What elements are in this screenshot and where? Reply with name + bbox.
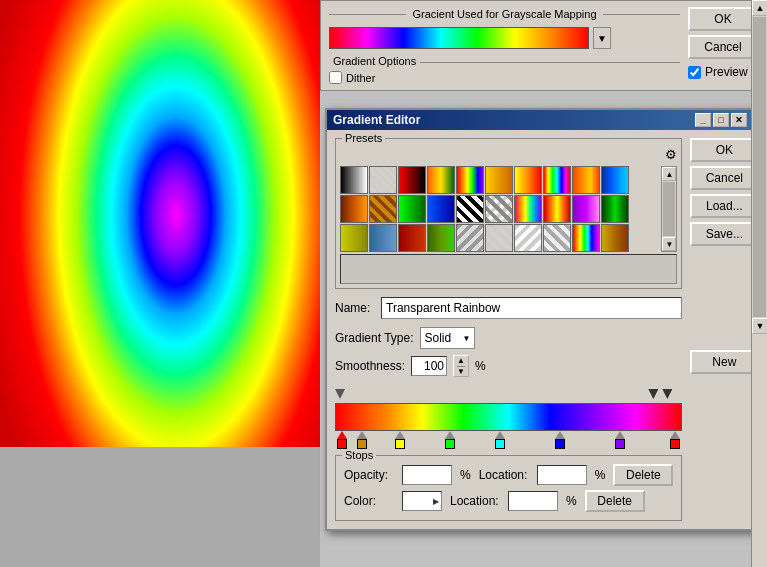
dialog-title: Gradient Editor bbox=[333, 113, 420, 127]
preset-item[interactable] bbox=[601, 195, 629, 223]
gradient-options-title: Gradient Options bbox=[329, 55, 420, 67]
smoothness-input[interactable] bbox=[411, 356, 447, 376]
opacity-delete-button[interactable]: Delete bbox=[613, 464, 673, 486]
preset-item[interactable] bbox=[427, 195, 455, 223]
close-button[interactable]: ✕ bbox=[731, 113, 747, 127]
dialog-buttons: OK Cancel Load... Save... New bbox=[690, 138, 760, 521]
grayscale-cancel-button[interactable]: Cancel bbox=[688, 35, 758, 59]
gradient-preview-bar[interactable] bbox=[329, 27, 589, 49]
color-stop-2[interactable] bbox=[445, 431, 455, 449]
preset-item[interactable] bbox=[340, 166, 368, 194]
gradient-type-select-wrapper[interactable]: Solid Noise bbox=[420, 327, 475, 349]
gradient-bar[interactable] bbox=[335, 403, 682, 431]
color-stop-3[interactable] bbox=[495, 431, 505, 449]
new-button[interactable]: New bbox=[690, 350, 758, 374]
cancel-button[interactable]: Cancel bbox=[690, 166, 758, 190]
gradient-type-select[interactable]: Solid Noise bbox=[420, 327, 475, 349]
preset-item[interactable] bbox=[543, 195, 571, 223]
canvas-background bbox=[0, 0, 320, 567]
gradient-dropdown-arrow[interactable]: ▼ bbox=[593, 27, 611, 49]
scrollbar-track[interactable] bbox=[753, 17, 766, 317]
dither-checkbox[interactable] bbox=[329, 71, 342, 84]
preset-item[interactable] bbox=[514, 224, 542, 252]
ok-button[interactable]: OK bbox=[690, 138, 758, 162]
opacity-location-input[interactable] bbox=[537, 465, 587, 485]
preset-item[interactable] bbox=[427, 224, 455, 252]
load-button[interactable]: Load... bbox=[690, 194, 758, 218]
preset-item[interactable] bbox=[485, 224, 513, 252]
preset-item[interactable] bbox=[456, 195, 484, 223]
opacity-stop-right2[interactable] bbox=[662, 389, 676, 403]
preset-item[interactable] bbox=[340, 195, 368, 223]
color-stop-5[interactable] bbox=[615, 431, 625, 449]
preset-item[interactable] bbox=[369, 166, 397, 194]
color-label: Color: bbox=[344, 494, 394, 508]
preset-item[interactable] bbox=[572, 195, 600, 223]
preset-item[interactable] bbox=[398, 195, 426, 223]
color-location-input[interactable] bbox=[508, 491, 558, 511]
presets-scrollbar[interactable]: ▲ ▼ bbox=[661, 166, 677, 252]
minimize-button[interactable]: _ bbox=[695, 113, 711, 127]
presets-group: Presets ⚙ bbox=[335, 138, 682, 289]
preset-item[interactable] bbox=[601, 166, 629, 194]
opacity-stop-right1[interactable] bbox=[648, 389, 662, 403]
scrollbar-up-button[interactable]: ▲ bbox=[752, 0, 767, 16]
presets-empty-area[interactable] bbox=[340, 254, 677, 284]
color-delete-button[interactable]: Delete bbox=[585, 490, 645, 512]
preset-item[interactable] bbox=[514, 166, 542, 194]
preset-item[interactable] bbox=[543, 166, 571, 194]
preset-item[interactable] bbox=[369, 195, 397, 223]
preset-item[interactable] bbox=[485, 166, 513, 194]
color-stop-cursor[interactable] bbox=[357, 431, 367, 449]
preset-item[interactable] bbox=[543, 224, 571, 252]
preview-checkbox[interactable] bbox=[688, 66, 701, 79]
color-stop-1[interactable] bbox=[395, 431, 405, 449]
name-input[interactable] bbox=[381, 297, 682, 319]
scroll-track[interactable] bbox=[663, 182, 675, 236]
preset-item[interactable] bbox=[398, 224, 426, 252]
preset-item[interactable] bbox=[485, 195, 513, 223]
main-scrollbar[interactable]: ▲ ▼ bbox=[751, 0, 767, 567]
gradient-type-label: Gradient Type: bbox=[335, 331, 414, 345]
smoothness-label: Smoothness: bbox=[335, 359, 405, 373]
preset-item[interactable] bbox=[427, 166, 455, 194]
opacity-input[interactable] bbox=[402, 465, 452, 485]
opacity-stops-row bbox=[335, 385, 682, 403]
scrollbar-down-button[interactable]: ▼ bbox=[752, 318, 767, 334]
preset-item[interactable] bbox=[456, 166, 484, 194]
preview-label: Preview bbox=[705, 65, 748, 79]
smoothness-spin-button[interactable]: ▲ ▼ bbox=[453, 355, 469, 377]
color-stops-row bbox=[335, 431, 682, 451]
opacity-label: Opacity: bbox=[344, 468, 394, 482]
scroll-up-arrow[interactable]: ▲ bbox=[662, 167, 676, 181]
color-stop-0[interactable] bbox=[337, 431, 347, 449]
preset-item[interactable] bbox=[572, 166, 600, 194]
stops-group: Stops Opacity: % Location: % Delete Colo… bbox=[335, 455, 682, 521]
preset-item[interactable] bbox=[398, 166, 426, 194]
presets-settings-icon[interactable]: ⚙ bbox=[665, 147, 677, 162]
dialog-titlebar: Gradient Editor _ □ ✕ bbox=[327, 110, 753, 130]
preset-item[interactable] bbox=[340, 224, 368, 252]
color-stop-4[interactable] bbox=[555, 431, 565, 449]
dither-label: Dither bbox=[346, 72, 375, 84]
grayscale-ok-button[interactable]: OK bbox=[688, 7, 758, 31]
presets-legend: Presets bbox=[342, 132, 385, 144]
opacity-location-label: Location: bbox=[479, 468, 529, 482]
titlebar-buttons: _ □ ✕ bbox=[695, 113, 747, 127]
color-swatch[interactable]: ▶ bbox=[402, 491, 442, 511]
scroll-down-arrow[interactable]: ▼ bbox=[662, 237, 676, 251]
gradient-bar-area bbox=[335, 385, 682, 451]
color-stop-6[interactable] bbox=[670, 431, 680, 449]
restore-button[interactable]: □ bbox=[713, 113, 729, 127]
color-swatch-arrow-icon: ▶ bbox=[433, 497, 439, 506]
preset-item[interactable] bbox=[456, 224, 484, 252]
opacity-location-percent-label: % bbox=[595, 468, 606, 482]
save-button[interactable]: Save... bbox=[690, 222, 758, 246]
preset-item[interactable] bbox=[572, 224, 600, 252]
preset-item[interactable] bbox=[514, 195, 542, 223]
name-label: Name: bbox=[335, 301, 375, 315]
gradient-editor-dialog: Gradient Editor _ □ ✕ Presets ⚙ bbox=[325, 108, 755, 531]
opacity-stop-left[interactable] bbox=[335, 389, 349, 403]
preset-item[interactable] bbox=[369, 224, 397, 252]
preset-item[interactable] bbox=[601, 224, 629, 252]
